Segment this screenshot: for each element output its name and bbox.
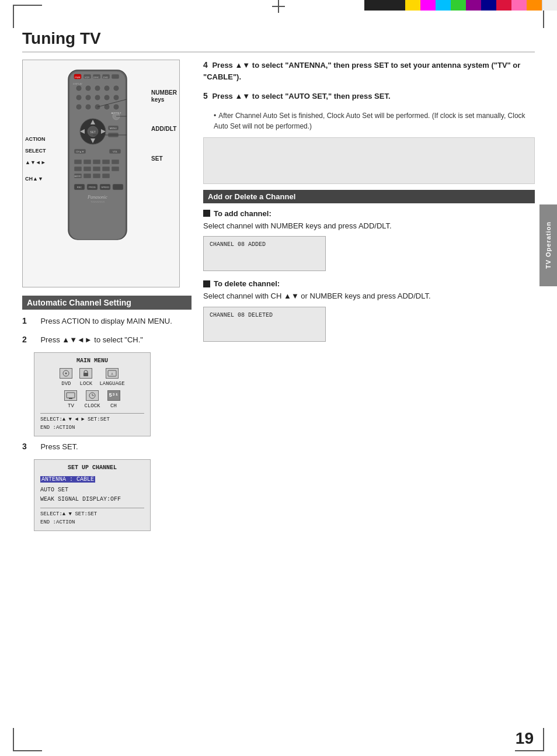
svg-rect-56 [93, 174, 100, 178]
svg-text:A: A [111, 373, 113, 376]
svg-point-13 [85, 85, 91, 91]
color-red [496, 0, 511, 11]
svg-text:AUDIO: AUDIO [74, 175, 81, 178]
osd-ch-box: 5³¹ [107, 390, 120, 401]
svg-rect-49 [83, 167, 91, 171]
color-pink [511, 0, 527, 11]
color-orange [527, 0, 542, 11]
color-cyan [436, 0, 451, 11]
color-purple [466, 0, 481, 11]
svg-point-19 [95, 95, 100, 100]
svg-point-18 [85, 95, 91, 100]
osd-language-box: A [106, 368, 119, 379]
number-keys-label: NUMBER keys [151, 89, 177, 103]
bullet-dot-icon: • [214, 112, 216, 120]
osd-main-menu-title: MAIN MENU [40, 356, 144, 366]
osd-setup-end: END :ACTION [40, 518, 144, 526]
remote-image-area: ACTION SELECT ▲▼◄► CH▲▼ PWR [22, 60, 180, 287]
osd-antenna-highlight: ANTENNA : CABLE [40, 476, 95, 483]
side-tab-text: TV Operation [545, 221, 552, 269]
osd-set-up-channel: SET UP CHANNEL ANTENNA : CABLE AUTO SET … [34, 459, 151, 531]
svg-text:CH▲▼: CH▲▼ [76, 150, 84, 153]
right-step-5: 5 Press ▲▼ to select "AUTO SET," then pr… [203, 91, 535, 102]
step-2: 2 Press ▲▼◄► to select "CH." [22, 334, 192, 346]
remote-svg: PWR VCR DISC DVD DISPLAY [62, 67, 133, 248]
ch-label: CH▲▼ [25, 176, 46, 182]
svg-text:DISC: DISC [93, 76, 99, 79]
osd-icons-row-2: TV CLOCK 5³¹ CH [40, 390, 144, 410]
svg-rect-75 [67, 393, 75, 398]
osd-select-line: SELECT:▲ ▼ ◄ ► SET:SET [40, 415, 144, 424]
right-column: 4 Press ▲▼ to select "ANTENNA," then pre… [203, 60, 535, 535]
page-number: 19 [516, 729, 534, 748]
step-3-num: 3 [22, 442, 27, 451]
osd-dvd-box [60, 368, 72, 379]
osd-icon-dvd: DVD [60, 368, 72, 388]
osd-icon-language: A LANGUAGE [99, 368, 124, 388]
color-yellow [405, 0, 420, 11]
svg-point-22 [76, 104, 82, 110]
svg-text:SPEED: SPEED [101, 186, 109, 189]
step-1-num: 1 [22, 316, 27, 325]
step-4-text: Press ▲▼ to select "ANTENNA," then press… [203, 61, 520, 81]
svg-rect-45 [93, 159, 100, 164]
top-color-bar [0, 0, 557, 11]
svg-text:REC: REC [77, 186, 82, 189]
bullet-note-text: After Channel Auto Set is finished, Cloc… [214, 112, 525, 130]
step-3-text: Press SET. [40, 442, 78, 451]
osd-lock-box [79, 368, 92, 379]
svg-point-23 [85, 104, 91, 110]
step-5-num: 5 [203, 91, 208, 100]
svg-point-17 [76, 95, 82, 100]
select-label: SELECT [25, 148, 46, 154]
svg-rect-10 [112, 74, 119, 79]
osd-divider-1 [40, 413, 144, 414]
arrows-label: ▲▼◄► [25, 159, 46, 165]
svg-rect-52 [112, 167, 119, 171]
bullet-note: •After Channel Auto Set is finished, Clo… [209, 110, 535, 131]
svg-text:PROG: PROG [89, 186, 96, 189]
osd-divider-2 [40, 508, 144, 508]
left-column: ACTION SELECT ▲▼◄► CH▲▼ PWR [22, 60, 192, 535]
step-1-text: Press ACTION to display MAIN MENU. [40, 317, 172, 325]
page-content: Tuning TV ACTION SELECT ▲▼◄► CH▲▼ [22, 29, 535, 738]
svg-text:PWR: PWR [75, 76, 80, 79]
osd-auto-set-line: AUTO SET [40, 485, 144, 495]
page-title: Tuning TV [22, 29, 535, 53]
osd-end-line: END :ACTION [40, 424, 144, 432]
svg-text:DVD: DVD [103, 76, 109, 79]
channel-deleted-msg: CHANNEL 08 DELETED [210, 312, 273, 318]
color-magenta [420, 0, 436, 11]
svg-point-20 [104, 95, 110, 100]
delete-channel-section: To delete channel: Select channel with C… [203, 279, 535, 342]
remote-right-labels: NUMBER keys ADD/DLT SET [151, 89, 177, 162]
svg-rect-51 [102, 167, 110, 171]
osd-clock-box [86, 390, 99, 401]
add-channel-heading-text: To add channel: [214, 209, 271, 218]
svg-point-26 [113, 104, 119, 110]
svg-rect-48 [74, 167, 82, 171]
action-label: ACTION [25, 136, 46, 142]
osd-icons-row-1: DVD LOCK A LANGUAGE [40, 368, 144, 388]
osd-tv-box [64, 390, 77, 401]
color-white [542, 0, 557, 11]
svg-text:TV/DVD/VCR: TV/DVD/VCR [90, 200, 105, 203]
svg-rect-72 [83, 373, 88, 376]
color-green [451, 0, 466, 11]
delete-channel-heading: To delete channel: [203, 279, 535, 288]
osd-icon-tv: TV [64, 390, 77, 410]
osd-antenna-line: ANTENNA : CABLE [40, 475, 144, 484]
svg-point-15 [104, 85, 110, 91]
add-black-square [203, 210, 210, 217]
step-5-text: Press ▲▼ to select "AUTO SET," then pres… [212, 92, 390, 100]
osd-weak-signal-line: WEAK SIGNAL DISPLAY:OFF [40, 495, 144, 504]
color-strip [405, 0, 557, 11]
side-tab: TV Operation [539, 204, 557, 286]
add-dlt-label: ADD/DLT [151, 126, 177, 132]
set-label: SET [151, 155, 177, 162]
svg-point-21 [113, 95, 119, 100]
add-channel-text: Select channel with NUMBER keys and pres… [203, 220, 535, 232]
channel-added-msg: CHANNEL 08 ADDED [210, 241, 266, 248]
svg-rect-55 [83, 174, 91, 178]
svg-point-71 [65, 373, 67, 374]
